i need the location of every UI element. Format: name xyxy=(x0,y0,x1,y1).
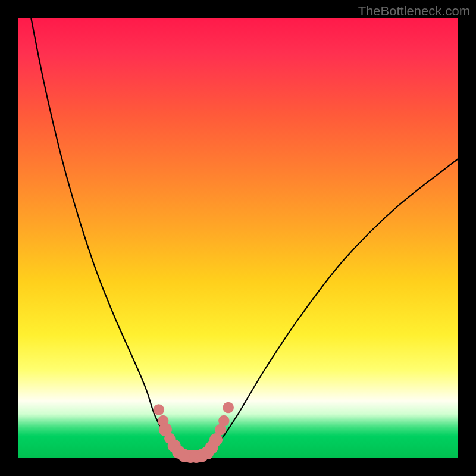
marker-dot xyxy=(223,402,234,414)
bottleneck-curve xyxy=(31,18,458,458)
marker-dot xyxy=(209,433,223,446)
curve-markers xyxy=(154,402,234,463)
marker-dot xyxy=(218,415,230,427)
chart-svg xyxy=(18,18,458,458)
watermark-text: TheBottleneck.com xyxy=(358,4,470,19)
marker-dot xyxy=(154,404,165,415)
